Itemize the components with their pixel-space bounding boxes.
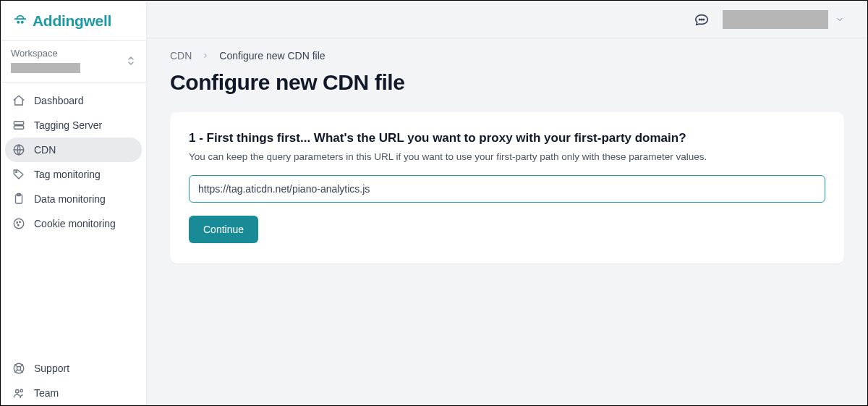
server-icon bbox=[12, 119, 25, 132]
sidebar: Addingwell Workspace Dashboard bbox=[1, 1, 147, 405]
svg-rect-3 bbox=[14, 126, 24, 130]
workspace-value-placeholder bbox=[11, 63, 80, 73]
secondary-nav: Support Team bbox=[1, 356, 146, 405]
svg-point-5 bbox=[16, 172, 17, 173]
tag-icon bbox=[12, 168, 25, 181]
brand[interactable]: Addingwell bbox=[1, 1, 146, 40]
user-menu[interactable] bbox=[723, 10, 844, 29]
primary-nav: Dashboard Tagging Server CDN Tag monitor… bbox=[1, 83, 146, 242]
chevron-right-icon bbox=[202, 52, 209, 59]
sidebar-item-label: Cookie monitoring bbox=[34, 218, 116, 229]
sidebar-item-label: Data monitoring bbox=[34, 193, 106, 205]
sidebar-item-label: CDN bbox=[34, 144, 56, 156]
workspace-label: Workspace bbox=[11, 48, 136, 59]
sidebar-item-label: Dashboard bbox=[34, 95, 84, 106]
svg-point-13 bbox=[17, 366, 20, 370]
home-icon bbox=[12, 94, 25, 107]
sidebar-item-dashboard[interactable]: Dashboard bbox=[5, 88, 142, 113]
sidebar-item-label: Tag monitoring bbox=[34, 169, 101, 180]
sidebar-item-tagging-server[interactable]: Tagging Server bbox=[5, 113, 142, 138]
svg-point-14 bbox=[16, 390, 20, 394]
svg-point-0 bbox=[17, 21, 20, 24]
svg-point-8 bbox=[14, 219, 24, 229]
topbar bbox=[147, 1, 867, 38]
svg-rect-2 bbox=[14, 122, 24, 125]
step-description: You can keep the query parameters in thi… bbox=[189, 151, 825, 162]
sidebar-item-cookie-monitoring[interactable]: Cookie monitoring bbox=[5, 211, 142, 236]
breadcrumb-root[interactable]: CDN bbox=[170, 50, 192, 62]
page-title: Configure new CDN file bbox=[170, 70, 844, 95]
svg-point-11 bbox=[18, 225, 20, 227]
sidebar-item-team[interactable]: Team bbox=[5, 381, 142, 405]
sidebar-item-data-monitoring[interactable]: Data monitoring bbox=[5, 187, 142, 211]
sidebar-item-cdn[interactable]: CDN bbox=[5, 138, 142, 162]
continue-button[interactable]: Continue bbox=[189, 216, 258, 243]
svg-point-17 bbox=[701, 19, 702, 20]
breadcrumb-current: Configure new CDN file bbox=[219, 50, 325, 62]
chevron-down-icon bbox=[835, 15, 844, 24]
sidebar-item-tag-monitoring[interactable]: Tag monitoring bbox=[5, 162, 142, 187]
breadcrumb: CDN Configure new CDN file bbox=[170, 50, 844, 62]
workspace-switcher[interactable]: Workspace bbox=[1, 40, 146, 83]
chat-icon[interactable] bbox=[694, 12, 710, 28]
up-down-icon bbox=[127, 55, 135, 67]
svg-point-18 bbox=[703, 19, 704, 20]
proxy-url-input[interactable] bbox=[189, 175, 825, 203]
sidebar-item-label: Tagging Server bbox=[34, 119, 102, 131]
globe-icon bbox=[12, 143, 25, 156]
svg-point-16 bbox=[699, 19, 700, 20]
svg-point-1 bbox=[21, 21, 24, 24]
svg-point-9 bbox=[17, 222, 18, 224]
sidebar-item-support[interactable]: Support bbox=[5, 356, 142, 381]
sidebar-item-label: Support bbox=[34, 363, 69, 374]
svg-point-10 bbox=[20, 221, 21, 223]
step-heading: 1 - First things first... What's the URL… bbox=[189, 131, 825, 145]
form-card: 1 - First things first... What's the URL… bbox=[170, 112, 844, 263]
main: CDN Configure new CDN file Configure new… bbox=[147, 1, 867, 405]
sidebar-item-label: Team bbox=[34, 387, 59, 399]
cookie-icon bbox=[12, 217, 25, 230]
brand-logo-icon bbox=[12, 13, 28, 29]
content: CDN Configure new CDN file Configure new… bbox=[147, 38, 867, 263]
svg-point-15 bbox=[20, 389, 22, 392]
support-icon bbox=[12, 362, 25, 375]
clipboard-icon bbox=[12, 193, 25, 206]
brand-name: Addingwell bbox=[33, 12, 111, 30]
team-icon bbox=[12, 386, 25, 399]
user-name-placeholder bbox=[723, 10, 828, 29]
